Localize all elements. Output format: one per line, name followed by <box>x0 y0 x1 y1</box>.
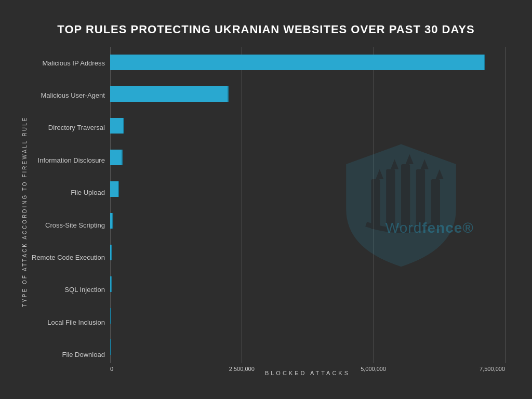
bar <box>110 276 112 292</box>
x-tick: 2,500,000 <box>229 366 255 372</box>
category-label: File Download <box>32 343 105 367</box>
x-tick: 0 <box>110 366 113 372</box>
category-label: Malicious User-Agent <box>32 84 105 108</box>
chart-title: TOP RULES PROTECTING UKRANIAN WEBSITES O… <box>22 23 510 36</box>
bar-row <box>110 275 505 294</box>
bar <box>110 245 112 260</box>
category-label: File Upload <box>32 181 105 205</box>
chart-container: TOP RULES PROTECTING UKRANIAN WEBSITES O… <box>11 12 521 387</box>
bar <box>110 86 229 102</box>
bars-area: Malicious IP AddressMalicious User-Agent… <box>32 47 510 376</box>
category-label: Malicious IP Address <box>32 51 105 75</box>
bar-row <box>110 53 505 72</box>
x-axis-label: BLOCKED ATTACKS <box>110 370 505 376</box>
bars-container <box>110 47 510 363</box>
bar-row <box>110 180 505 198</box>
bar <box>110 55 485 70</box>
x-tick: 7,500,000 <box>480 366 505 372</box>
category-label: Cross-Site Scripting <box>32 213 105 237</box>
bar-row <box>110 85 505 103</box>
bar-row <box>110 338 505 356</box>
bar-row <box>110 307 505 325</box>
bar <box>110 118 124 134</box>
category-labels: Malicious IP AddressMalicious User-Agent… <box>32 47 110 376</box>
grid-and-bars: Wordfence® <box>110 47 510 363</box>
bar <box>110 150 123 165</box>
chart-body: TYPE OF ATTACK ACCORDING TO FIREWALL RUL… <box>22 47 510 376</box>
chart-inner: Malicious IP AddressMalicious User-Agent… <box>32 47 510 376</box>
category-label: Local File Inclusion <box>32 310 105 334</box>
bar <box>110 181 119 197</box>
category-label: Directory Traversal <box>32 116 105 140</box>
x-axis-label-container: BLOCKED ATTACKS <box>110 366 510 376</box>
category-label: Remote Code Execution <box>32 246 105 270</box>
y-axis-label: TYPE OF ATTACK ACCORDING TO FIREWALL RUL… <box>22 47 28 376</box>
bar <box>110 308 111 324</box>
bar <box>110 339 111 355</box>
bar-row <box>110 243 505 262</box>
category-label: SQL Injection <box>32 278 105 302</box>
x-tick: 5,000,000 <box>361 366 386 372</box>
bars-and-grid: Wordfence® 02,500,0005,000,0007,500,000 … <box>110 47 510 376</box>
bar-row <box>110 148 505 167</box>
category-label: Information Disclosure <box>32 148 105 172</box>
bar <box>110 213 113 229</box>
bar-row <box>110 116 505 135</box>
bar-row <box>110 211 505 230</box>
